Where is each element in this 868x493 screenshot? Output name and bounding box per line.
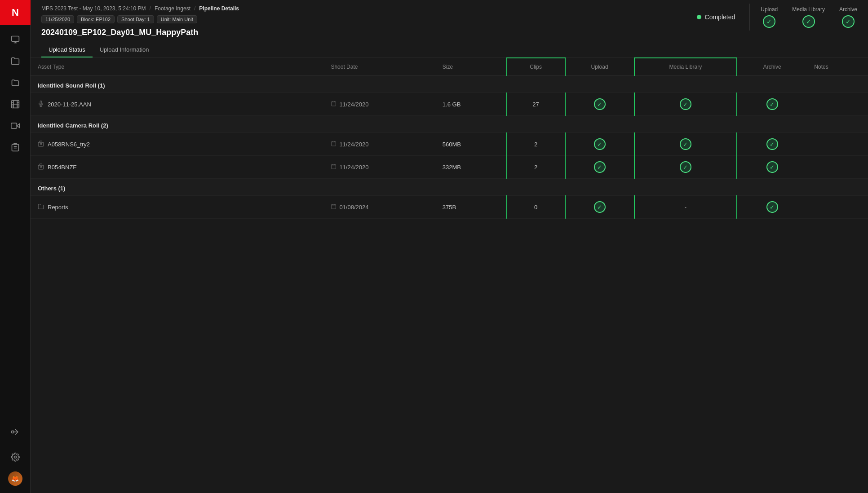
table-row: B054BNZE 11/24/2020 332MB 2 ✓ xyxy=(31,156,868,179)
group-others-label: Others (1) xyxy=(31,179,868,196)
app-logo[interactable]: N xyxy=(0,0,31,25)
video-icon[interactable] xyxy=(6,117,24,135)
pipeline-medialibrary-check: ✓ xyxy=(802,15,815,28)
asset-name: A058RNS6_try2 xyxy=(38,141,316,148)
tabs: Upload Status Upload Information xyxy=(41,43,857,57)
pipeline-stage-upload: Upload ✓ xyxy=(761,6,778,28)
media-library-cell: ✓ xyxy=(634,93,737,116)
pipeline-stage-archive: Archive ✓ xyxy=(839,6,857,28)
status-completed: Completed xyxy=(697,13,735,21)
medialibrary-check: ✓ xyxy=(680,138,691,150)
upload-check: ✓ xyxy=(594,161,606,173)
notes-cell xyxy=(807,93,868,116)
tv-icon[interactable] xyxy=(6,31,24,48)
breadcrumb-sep1: / xyxy=(150,5,151,12)
svg-rect-36 xyxy=(332,204,336,209)
upload-cell: ✓ xyxy=(565,196,634,219)
col-shoot-date: Shoot Date xyxy=(323,58,435,76)
col-notes: Notes xyxy=(807,58,868,76)
medialibrary-check: ✓ xyxy=(680,98,691,110)
col-archive: Archive xyxy=(737,58,807,76)
sidebar: N 🦊 xyxy=(0,0,31,493)
tab-upload-information[interactable]: Upload Information xyxy=(93,43,156,57)
clipboard-icon[interactable] xyxy=(6,138,24,156)
clips-cell: 27 xyxy=(507,93,565,116)
pipeline-medialibrary-label: Media Library xyxy=(792,6,825,13)
status-dot xyxy=(697,15,701,19)
avatar[interactable]: 🦊 xyxy=(8,471,22,486)
pipeline-upload-label: Upload xyxy=(761,6,778,13)
media-library-cell: ✓ xyxy=(634,133,737,156)
breadcrumb-current: Pipeline Details xyxy=(199,5,239,12)
asset-name-text: B054BNZE xyxy=(48,164,77,171)
svg-rect-20 xyxy=(332,101,336,106)
archive-cell: ✓ xyxy=(737,196,807,219)
svg-rect-32 xyxy=(332,164,336,169)
tag-unit: Unit: Main Unit xyxy=(157,15,197,23)
upload-check: ✓ xyxy=(594,138,606,150)
svg-rect-26 xyxy=(332,141,336,146)
pipeline-archive-label: Archive xyxy=(839,6,857,13)
date-text: 11/24/2020 xyxy=(339,164,368,171)
media-library-cell: - xyxy=(634,196,737,219)
top-header: MPS 2023 Test - May 10, 2023, 5:24:10 PM… xyxy=(31,0,868,57)
group-camera-roll-label: Identified Camera Roll (2) xyxy=(31,116,868,133)
content-area: Asset Type Shoot Date Size Clips Upload … xyxy=(31,57,868,493)
svg-marker-11 xyxy=(17,124,19,128)
tab-upload-status[interactable]: Upload Status xyxy=(41,43,93,57)
pipeline-stages: Upload ✓ Media Library ✓ Archive ✓ xyxy=(761,6,857,28)
asset-name-cell: A058RNS6_try2 xyxy=(31,133,323,156)
asset-name-cell: B054BNZE xyxy=(31,156,323,179)
folder-open-icon[interactable] xyxy=(6,52,24,70)
calendar-icon xyxy=(331,141,337,148)
film-icon[interactable] xyxy=(6,95,24,113)
clips-cell: 2 xyxy=(507,156,565,179)
camera-icon xyxy=(38,163,44,171)
shoot-date-cell: 11/24/2020 xyxy=(323,93,435,116)
pipeline-upload-check: ✓ xyxy=(763,15,775,28)
group-sound-roll: Identified Sound Roll (1) xyxy=(31,76,868,93)
asset-name-cell: Reports xyxy=(31,196,323,219)
size-cell: 375B xyxy=(435,196,507,219)
svg-rect-0 xyxy=(11,36,19,42)
clips-cell: 2 xyxy=(507,133,565,156)
svg-rect-12 xyxy=(11,123,16,128)
svg-point-17 xyxy=(14,456,16,458)
calendar-icon xyxy=(331,163,337,171)
upload-check: ✓ xyxy=(594,98,606,110)
archive-check: ✓ xyxy=(766,138,778,150)
group-camera-roll: Identified Camera Roll (2) xyxy=(31,116,868,133)
asset-name: 2020-11-25.AAN xyxy=(38,101,316,108)
archive-check: ✓ xyxy=(766,98,778,110)
upload-cell: ✓ xyxy=(565,93,634,116)
archive-check: ✓ xyxy=(766,161,778,173)
group-others: Others (1) xyxy=(31,179,868,196)
size-cell: 560MB xyxy=(435,133,507,156)
col-media-library: Media Library xyxy=(634,58,737,76)
archive-cell: ✓ xyxy=(737,133,807,156)
clips-cell: 0 xyxy=(507,196,565,219)
date-text: 11/24/2020 xyxy=(339,101,368,108)
shoot-date-cell: 01/08/2024 xyxy=(323,196,435,219)
folder-icon xyxy=(38,203,44,211)
breadcrumb-project[interactable]: MPS 2023 Test - May 10, 2023, 5:24:10 PM xyxy=(41,5,146,12)
asset-name-cell: 2020-11-25.AAN xyxy=(31,93,323,116)
asset-name-text: A058RNS6_try2 xyxy=(48,141,90,148)
size-cell: 1.6 GB xyxy=(435,93,507,116)
asset-name-text: Reports xyxy=(48,204,68,211)
breadcrumb-footage[interactable]: Footage Ingest xyxy=(155,5,190,12)
pipeline-icon[interactable] xyxy=(6,423,24,441)
svg-point-25 xyxy=(40,143,42,145)
camera-icon xyxy=(38,141,44,148)
asset-name: B054BNZE xyxy=(38,163,316,171)
folder-icon[interactable] xyxy=(6,74,24,92)
upload-check: ✓ xyxy=(594,201,606,213)
group-sound-roll-label: Identified Sound Roll (1) xyxy=(31,76,868,93)
archive-check: ✓ xyxy=(766,201,778,213)
col-asset-type: Asset Type xyxy=(31,58,323,76)
status-label: Completed xyxy=(705,13,735,21)
svg-point-31 xyxy=(40,166,42,167)
mic-icon xyxy=(38,101,44,108)
settings-icon[interactable] xyxy=(6,448,24,466)
shoot-date-cell: 11/24/2020 xyxy=(323,156,435,179)
